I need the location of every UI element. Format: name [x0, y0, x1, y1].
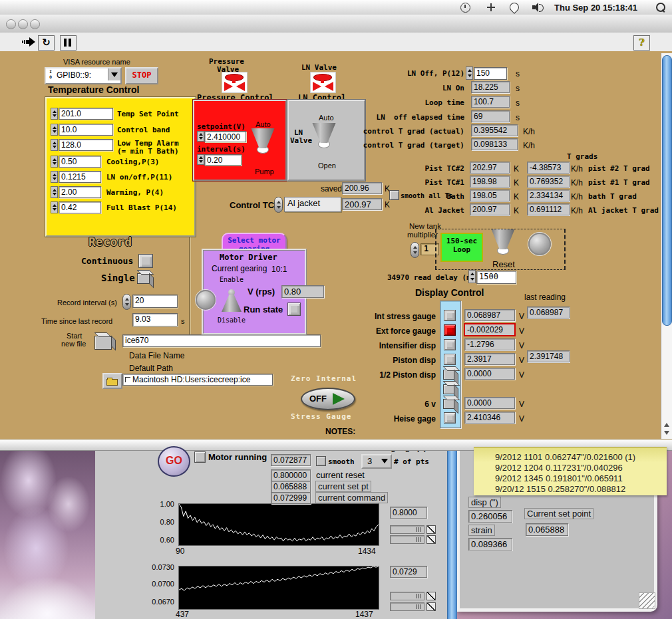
- reset-knob[interactable]: [528, 233, 551, 255]
- visa-combo[interactable]: IO GPIB0::9:: [45, 67, 122, 84]
- record-interval-spinner[interactable]: [122, 294, 131, 310]
- interval-field[interactable]: 0.20: [204, 154, 242, 166]
- control-band-field[interactable]: 10.0: [59, 124, 113, 136]
- new-tank-spinner[interactable]: [411, 242, 419, 258]
- visa-dropdown-button[interactable]: [108, 68, 120, 80]
- ln-onoff-field[interactable]: 0.1215: [59, 171, 101, 183]
- six-v-select-button[interactable]: [443, 399, 454, 409]
- strain-field: 0.089366: [468, 538, 512, 551]
- scroll-up-arrow-icon[interactable]: [664, 423, 669, 427]
- pause-button[interactable]: [60, 35, 77, 51]
- chart1-scale-lock-icon-2[interactable]: [426, 535, 436, 544]
- ln-elapsed-label: LN off elapsed time: [359, 113, 464, 122]
- data-file-name-field[interactable]: ice670: [122, 334, 321, 347]
- current-setpt-label: current set pt: [315, 481, 371, 492]
- resize-handle[interactable]: [639, 592, 655, 609]
- temp-setpoint-field[interactable]: 201.0: [59, 108, 113, 120]
- pist-tc1-glabel: pist #1 T grad: [588, 178, 650, 187]
- clock-icon[interactable]: [460, 3, 470, 13]
- control-window-scrollbar[interactable]: [447, 449, 457, 619]
- ln-onoff-spinner[interactable]: [51, 171, 58, 183]
- path-glyph: [125, 377, 130, 382]
- stop-button[interactable]: STOP: [125, 67, 158, 84]
- window-title-bar[interactable]: Ice Creep v9.0.vi: [0, 15, 672, 33]
- panel-scrollbar-thumb[interactable]: [662, 55, 672, 326]
- full-blast-spinner[interactable]: [51, 201, 58, 213]
- ln-off-spinner[interactable]: [466, 66, 473, 80]
- read-delay-spinner[interactable]: [468, 270, 476, 283]
- command-chart[interactable]: [178, 566, 379, 610]
- run-continuous-button[interactable]: ↻: [38, 35, 55, 51]
- warming-spinner[interactable]: [51, 186, 58, 198]
- ext-force-select-button[interactable]: [444, 324, 456, 336]
- continuous-button[interactable]: [138, 254, 153, 268]
- chart2-scale-bar-2[interactable]: [390, 602, 424, 611]
- full-blast-field[interactable]: 0.42: [59, 201, 101, 213]
- zoom-button[interactable]: [30, 19, 40, 29]
- int-stress-select-button[interactable]: [444, 310, 456, 321]
- low-temp-alarm-spinner[interactable]: [51, 139, 58, 151]
- chart2-scale-bar-1[interactable]: [390, 592, 424, 600]
- chart2-ytick-bot: 0.0670: [148, 598, 174, 606]
- start-new-file-button[interactable]: [94, 336, 112, 350]
- menu-clock-text[interactable]: Thu Sep 20 15:18:41: [554, 3, 637, 13]
- record-interval-field[interactable]: 20: [132, 295, 178, 308]
- scroll-down-arrow-icon[interactable]: [664, 431, 669, 435]
- chart1-scale-bar-1[interactable]: [390, 525, 424, 534]
- temp-setpoint-spinner[interactable]: [51, 108, 58, 120]
- go-button[interactable]: GO: [158, 446, 190, 477]
- motor-knob[interactable]: [196, 290, 216, 310]
- setpoint-field[interactable]: 2.410000: [204, 131, 246, 142]
- run-button[interactable]: [22, 37, 35, 47]
- spotlight-icon[interactable]: [656, 3, 665, 12]
- control-tc-ring[interactable]: Al jacket: [284, 197, 341, 212]
- force-gauge-chart[interactable]: [178, 503, 379, 546]
- setpoint-spinner[interactable]: [197, 131, 204, 142]
- pressure-valve-icon[interactable]: [222, 72, 248, 93]
- interval-spinner[interactable]: [197, 154, 204, 165]
- cooling-spinner[interactable]: [51, 156, 58, 168]
- ln-valve-selector[interactable]: [311, 123, 337, 152]
- display-control-title: Display Control: [415, 287, 484, 298]
- chart1-scale-lock-icon[interactable]: [426, 525, 436, 534]
- pressure-mode-selector[interactable]: [250, 128, 275, 158]
- saved-field: 200.96: [342, 182, 382, 194]
- close-button[interactable]: [6, 19, 16, 29]
- chart1-scale-bar-2[interactable]: [390, 535, 424, 544]
- intensifier-select-button[interactable]: [444, 339, 456, 350]
- nav-cross-icon[interactable]: [487, 3, 495, 11]
- panel-scrollbar-track[interactable]: [661, 53, 672, 439]
- ln-elapsed-unit: s: [516, 113, 520, 122]
- motor-mode-selector[interactable]: [222, 289, 244, 313]
- full-blast-label: Full Blast P(14): [106, 203, 177, 212]
- ln-off-field[interactable]: 150: [474, 67, 507, 80]
- balloon-icon[interactable]: [508, 1, 521, 14]
- minimize-button[interactable]: [18, 19, 28, 29]
- smooth-checkbox[interactable]: [316, 456, 326, 466]
- volume-icon[interactable]: [532, 3, 543, 11]
- run-state-checkbox[interactable]: [287, 303, 301, 316]
- default-path-field[interactable]: Macintosh HD:Users:icecreep:ice: [122, 374, 273, 386]
- control-band-spinner[interactable]: [51, 124, 58, 136]
- motor-running-checkbox[interactable]: [194, 451, 206, 463]
- low-temp-alarm-field[interactable]: 128.0: [59, 139, 113, 151]
- reset-selector[interactable]: [490, 229, 516, 259]
- chart2-scale-lock-icon[interactable]: [426, 592, 436, 600]
- cooling-field[interactable]: 0.50: [59, 156, 101, 168]
- chart2-scale-lock-icon-2[interactable]: [426, 602, 436, 611]
- browse-button[interactable]: [102, 373, 122, 389]
- warming-field[interactable]: 2.00: [59, 186, 101, 198]
- half-piston-select-button[interactable]: [443, 370, 454, 380]
- help-button[interactable]: ?: [633, 35, 650, 51]
- npts-dropdown[interactable]: 3: [361, 454, 392, 469]
- single-button[interactable]: [137, 273, 150, 284]
- control-tc-spinner[interactable]: [274, 197, 283, 213]
- bath-unit: K: [514, 192, 519, 201]
- heise-select-button[interactable]: [444, 412, 456, 424]
- chart1-ytick-mid: 0.80: [152, 518, 174, 526]
- read-delay-field[interactable]: 1500: [476, 271, 516, 284]
- ln-valve-icon[interactable]: [310, 72, 336, 93]
- piston-disp-select-button[interactable]: [444, 354, 456, 365]
- spare-select-button[interactable]: [443, 384, 454, 394]
- piston-disp-last: 2.391748: [527, 350, 570, 362]
